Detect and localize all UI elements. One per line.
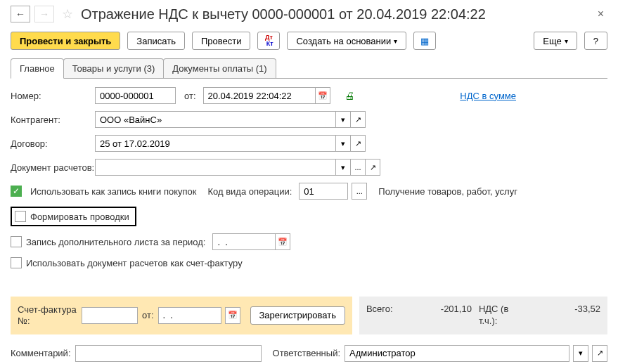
settlement-doc-input[interactable] (95, 159, 336, 176)
report-button[interactable]: ▦ (413, 32, 436, 50)
nds-value: -33,52 (514, 304, 600, 314)
more-button[interactable]: Еще (534, 32, 577, 50)
responsible-input[interactable] (345, 345, 569, 362)
nds-label: НДС (в т.ч.): (479, 304, 514, 327)
help-button[interactable]: ? (584, 32, 607, 50)
page-title: Отражение НДС к вычету 0000-000001 от 20… (81, 6, 590, 22)
form-entries-highlight: Формировать проводки (11, 207, 136, 226)
invoice-date-input[interactable] (158, 307, 221, 324)
register-button[interactable]: Зарегистрировать (250, 306, 345, 325)
operation-code-dots[interactable]: ... (352, 183, 367, 200)
settlement-doc-dots[interactable]: ... (350, 159, 366, 176)
close-icon[interactable]: × (594, 8, 607, 20)
additional-sheet-checkbox[interactable] (11, 236, 22, 247)
dtkt-button[interactable]: Дт Кт (257, 32, 280, 50)
dtkt-icon: Дт Кт (264, 34, 273, 47)
counterparty-input[interactable] (95, 111, 336, 128)
invoice-from-label: от: (142, 310, 154, 320)
settlement-doc-dropdown[interactable]: ▾ (335, 159, 351, 176)
additional-sheet-label: Запись дополнительного листа за период: (26, 237, 205, 247)
settlement-doc-label: Документ расчетов: (11, 162, 95, 173)
nds-link[interactable]: НДС в сумме (460, 91, 516, 101)
responsible-open[interactable]: ↗ (592, 345, 607, 362)
invoice-calendar[interactable]: 📅 (225, 307, 240, 324)
post-close-button[interactable]: Провести и закрыть (11, 32, 120, 50)
contract-input[interactable] (95, 135, 336, 152)
tab-payments[interactable]: Документы оплаты (1) (163, 58, 276, 78)
tab-goods[interactable]: Товары и услуги (3) (63, 58, 165, 78)
form-entries-label: Формировать проводки (30, 212, 129, 222)
operation-code-label: Код вида операции: (207, 186, 292, 197)
total-value: -201,10 (408, 304, 472, 314)
additional-sheet-calendar[interactable]: 📅 (275, 233, 290, 250)
star-icon[interactable]: ☆ (62, 6, 73, 22)
report-icon: ▦ (420, 36, 429, 46)
contract-open[interactable]: ↗ (350, 135, 366, 152)
from-label: от: (184, 91, 196, 101)
number-label: Номер: (11, 91, 95, 101)
totals-box: Всего: -201,10 НДС (в т.ч.): -33,52 (359, 297, 607, 334)
counterparty-label: Контрагент: (11, 115, 95, 125)
total-label: Всего: (366, 304, 408, 314)
invoice-label: Счет-фактура №: (18, 304, 77, 326)
number-input[interactable] (95, 87, 176, 104)
contract-label: Договор: (11, 138, 95, 149)
comment-label: Комментарий: (11, 348, 71, 358)
purchase-book-label: Использовать как запись книги покупок (30, 186, 196, 197)
print-icon[interactable]: 🖨 (345, 90, 354, 101)
save-button[interactable]: Записать (127, 32, 185, 50)
tab-main[interactable]: Главное (11, 58, 64, 79)
calendar-button[interactable]: 📅 (315, 87, 330, 104)
date-input[interactable] (203, 87, 316, 104)
invoice-number-input[interactable] (82, 307, 138, 324)
use-settlement-invoice-label: Использовать документ расчетов как счет-… (26, 258, 243, 268)
operation-code-input[interactable] (299, 183, 348, 200)
post-button[interactable]: Провести (192, 32, 251, 50)
additional-sheet-date[interactable] (212, 233, 276, 250)
responsible-dropdown[interactable]: ▾ (573, 345, 588, 362)
use-settlement-invoice-checkbox[interactable] (11, 257, 22, 268)
invoice-box: Счет-фактура №: от: 📅 Зарегистрировать (11, 297, 352, 334)
forward-button[interactable]: → (34, 6, 54, 22)
settlement-doc-open[interactable]: ↗ (365, 159, 380, 176)
create-based-button[interactable]: Создать на основании (287, 32, 406, 50)
counterparty-open[interactable]: ↗ (350, 111, 366, 128)
comment-input[interactable] (75, 345, 262, 362)
purchase-book-checkbox[interactable]: ✓ (11, 186, 22, 197)
responsible-label: Ответственный: (273, 348, 340, 358)
counterparty-dropdown[interactable]: ▾ (335, 111, 351, 128)
operation-text: Получение товаров, работ, услуг (378, 186, 517, 197)
form-entries-checkbox[interactable] (15, 211, 26, 222)
contract-dropdown[interactable]: ▾ (335, 135, 351, 152)
back-button[interactable]: ← (11, 6, 30, 22)
